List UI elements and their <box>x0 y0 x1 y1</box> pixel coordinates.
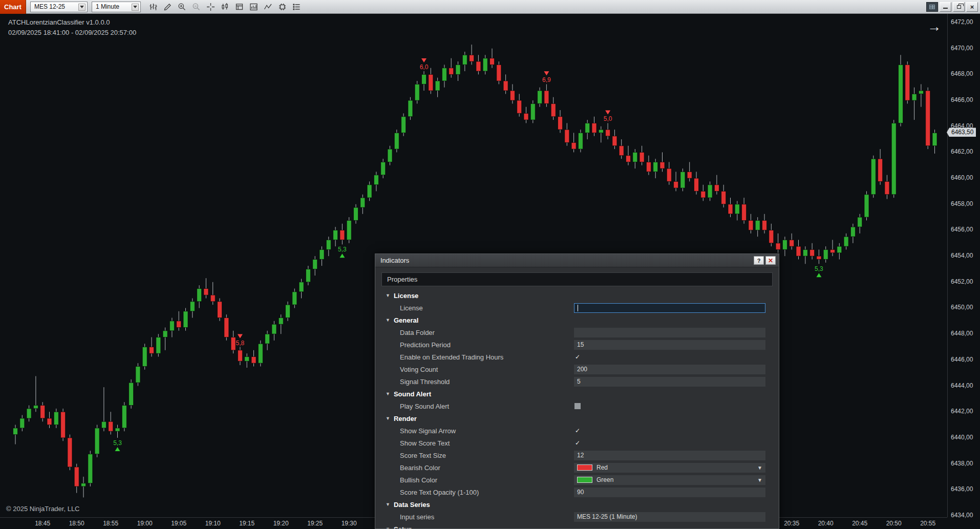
price-axis-label: 6434,00 <box>951 512 973 519</box>
input-series-input[interactable]: MES 12-25 (1 Minute) <box>574 512 765 522</box>
chevron-down-icon[interactable]: ▼ <box>757 465 762 471</box>
price-axis-label: 6438,00 <box>951 460 973 467</box>
chevron-down-icon[interactable] <box>78 4 86 11</box>
collapse-triangle-icon[interactable]: ▼ <box>386 391 390 396</box>
voting-count-input[interactable]: 200 <box>574 365 765 374</box>
bearish-color-dropdown[interactable]: Red▼ <box>574 463 765 473</box>
property-label: License <box>400 304 574 312</box>
signal-score-text: 5,0 <box>604 115 612 122</box>
time-axis-label: 19:20 <box>273 520 289 527</box>
price-axis-label: 6442,00 <box>951 408 973 415</box>
time-axis-label: 19:05 <box>171 520 186 527</box>
show-score-text-checkbox[interactable]: ✓ <box>574 439 581 447</box>
prop-voting-count: Voting Count200 <box>381 363 773 375</box>
text-caret <box>578 305 578 311</box>
signal-score-text: 5,3 <box>815 265 823 272</box>
price-axis-label: 6468,00 <box>951 70 973 77</box>
prop-score-text-size: Score Text Size12 <box>381 449 773 461</box>
price-bars-icon[interactable] <box>147 1 160 12</box>
signal-score-text: 5,3 <box>338 246 347 253</box>
data-box-icon[interactable] <box>233 1 246 12</box>
time-axis-label: 19:10 <box>205 520 221 527</box>
signal-threshold-input[interactable]: 5 <box>574 377 765 387</box>
draw-pencil-icon[interactable] <box>161 1 174 12</box>
collapse-triangle-icon[interactable]: ▼ <box>386 502 390 507</box>
go-to-latest-arrow-icon[interactable]: → <box>927 19 941 35</box>
section-render[interactable]: ▼Render <box>381 412 773 425</box>
property-label: Show Signal Arrow <box>400 427 574 435</box>
chevron-down-icon[interactable] <box>132 4 139 11</box>
property-value: Red▼ <box>574 463 765 473</box>
property-label: Play Sound Alert <box>400 403 574 410</box>
price-axis-label: 6444,00 <box>951 382 973 389</box>
field-text: MES 12-25 (1 Minute) <box>577 513 637 520</box>
indicator-name-label: ATCHLorentzianClassifier v1.0.0.0 <box>8 18 110 26</box>
field-text: 90 <box>577 489 584 496</box>
copyright-label: © 2025 NinjaTrader, LLC <box>6 505 80 513</box>
price-axis[interactable]: 6463,50 6472,006470,006468,006466,006464… <box>947 14 980 517</box>
help-button[interactable]: ? <box>754 256 764 265</box>
close-window-button[interactable]: × <box>966 2 978 12</box>
prop-bearish-color: Bearish ColorRed▼ <box>381 461 773 474</box>
section-setup[interactable]: ▼Setup <box>381 523 773 529</box>
section-general[interactable]: ▼General <box>381 314 773 326</box>
minimize-button[interactable] <box>940 2 951 12</box>
price-axis-label: 6472,00 <box>951 18 973 26</box>
zoom-in-icon[interactable] <box>176 1 188 12</box>
prediction-period-input[interactable]: 15 <box>574 340 765 350</box>
prop-prediction-period: Prediction Period15 <box>381 338 773 351</box>
property-value <box>574 328 765 337</box>
close-dialog-button[interactable]: ✕ <box>765 256 776 265</box>
prop-license: License <box>381 302 773 314</box>
zigzag-icon[interactable] <box>262 1 274 12</box>
signal-up-arrow-icon <box>339 253 345 258</box>
signal-score-text: 6,9 <box>542 76 551 83</box>
crosshair-icon[interactable] <box>204 1 217 12</box>
toolbar: Chart MES 12-25 1 Minute <box>0 0 980 14</box>
color-swatch <box>577 477 592 483</box>
instrument-link-icon[interactable] <box>926 2 938 12</box>
section-sound-alert[interactable]: ▼Sound Alert <box>381 388 773 400</box>
field-text: 15 <box>577 341 584 348</box>
chart-tab[interactable]: Chart <box>0 0 26 14</box>
play-sound-alert-checkbox[interactable] <box>574 403 581 409</box>
price-axis-label: 6446,00 <box>951 356 973 363</box>
time-axis-label: 18:55 <box>103 520 118 527</box>
show-signal-arrow-checkbox[interactable]: ✓ <box>574 427 581 434</box>
restore-button[interactable] <box>953 2 965 12</box>
section-data-series[interactable]: ▼Data Series <box>381 498 773 511</box>
properties-list-icon[interactable] <box>290 1 303 12</box>
minimize-icon <box>943 5 948 9</box>
strategy-icon[interactable] <box>276 1 289 12</box>
property-value <box>574 303 765 313</box>
section-label: General <box>394 316 418 324</box>
chart-style-icon[interactable] <box>219 1 231 12</box>
indicator-panel-icon[interactable] <box>247 1 260 12</box>
collapse-triangle-icon[interactable]: ▼ <box>386 318 390 323</box>
instrument-selector[interactable]: MES 12-25 <box>30 2 88 12</box>
section-license[interactable]: ▼License <box>381 289 773 302</box>
bullish-color-dropdown[interactable]: Green▼ <box>574 475 765 485</box>
price-axis-label: 6466,00 <box>951 96 973 103</box>
collapse-triangle-icon[interactable]: ▼ <box>386 416 390 421</box>
ninjatrader-chart-window: Chart MES 12-25 1 Minute <box>0 0 980 529</box>
property-value: 5 <box>574 377 765 387</box>
color-name: Green <box>596 476 613 483</box>
time-axis-label: 20:55 <box>920 520 935 527</box>
interval-selector[interactable]: 1 Minute <box>92 2 141 12</box>
collapse-triangle-icon[interactable]: ▼ <box>386 526 390 529</box>
enable-on-extended-trading-hours-checkbox[interactable]: ✓ <box>574 353 581 361</box>
collapse-triangle-icon[interactable]: ▼ <box>386 293 390 298</box>
zoom-out-icon[interactable] <box>190 1 203 12</box>
data-folder-input[interactable] <box>574 328 765 337</box>
dialog-titlebar[interactable]: Indicators ? ✕ <box>375 254 779 267</box>
property-label: Data Folder <box>400 329 574 336</box>
property-value: 12 <box>574 451 765 460</box>
score-text-size-input[interactable]: 12 <box>574 451 765 460</box>
chevron-down-icon[interactable]: ▼ <box>757 477 762 483</box>
score-text-opacity-1-100-input[interactable]: 90 <box>574 488 765 497</box>
license-input[interactable] <box>574 303 765 313</box>
section-label: Data Series <box>394 501 430 509</box>
time-axis-label: 19:00 <box>137 520 153 527</box>
time-axis-label: 20:45 <box>852 520 867 527</box>
